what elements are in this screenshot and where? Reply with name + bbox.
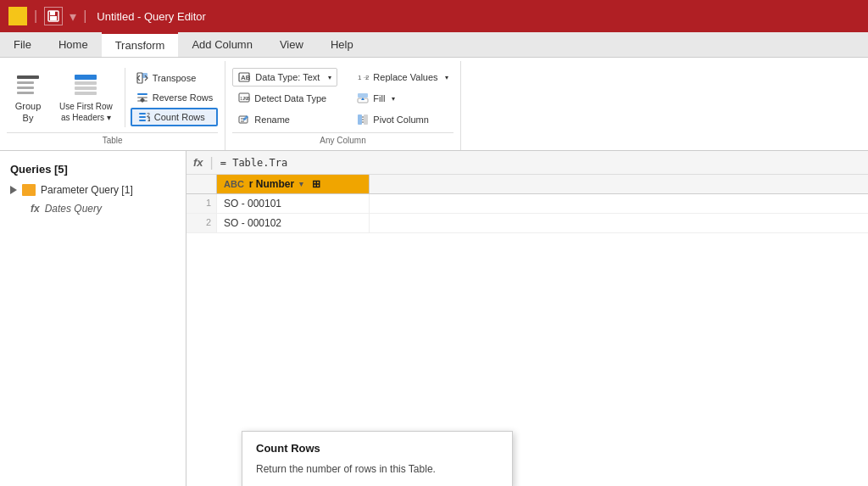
separator1: | [34, 8, 37, 24]
svg-text:AB: AB [241, 74, 250, 81]
svg-rect-9 [17, 92, 34, 94]
detect-data-type-button[interactable]: 123 AB Detect Data Type [232, 89, 337, 108]
data-type-button[interactable]: AB Data Type: Text ▾ [232, 68, 337, 87]
rename-label: Rename [254, 115, 290, 125]
tooltip-description: Return the number of rows in this Table. [256, 461, 498, 477]
col-header-order-number[interactable]: ABC r Number ▾ ⊞ [217, 175, 370, 193]
app-icon [8, 7, 27, 25]
pivot-column-button[interactable]: Pivot Column [351, 110, 453, 129]
rename-button[interactable]: Rename [232, 110, 337, 129]
svg-rect-14 [137, 73, 142, 83]
formula-bar: fx | = Table.Tra [186, 151, 868, 175]
svg-text:AB: AB [243, 96, 250, 101]
table-group-label: Table [7, 132, 218, 147]
fill-button[interactable]: Fill ▾ [351, 89, 453, 108]
group-by-icon [14, 71, 42, 98]
ribbon-group-table: GroupBy Use First Rowas Headers ▾ [0, 61, 225, 150]
ribbon-group-any-column: AB Data Type: Text ▾ 123 AB [225, 61, 460, 150]
count-rows-button[interactable]: 1 2 Count Rows [131, 108, 219, 126]
sidebar-folder-parameter[interactable]: Parameter Query [1] [0, 181, 186, 199]
svg-rect-12 [75, 87, 97, 90]
transpose-icon [136, 71, 149, 85]
sidebar: Queries [5] Parameter Query [1] fx Dates… [0, 151, 186, 486]
svg-rect-4 [50, 11, 55, 15]
replace-values-icon: 1 → 2 [356, 70, 370, 84]
svg-rect-10 [75, 75, 97, 80]
group-by-button[interactable]: GroupBy [7, 67, 49, 128]
row-num-2: 2 [186, 214, 217, 232]
save-button[interactable] [44, 7, 63, 25]
fill-dropdown-arrow: ▾ [392, 95, 395, 103]
fx-icon: fx [31, 203, 40, 215]
svg-text:2: 2 [147, 112, 150, 118]
menu-file[interactable]: File [0, 32, 45, 57]
sidebar-query-dates[interactable]: fx Dates Query [0, 199, 186, 218]
replace-values-dropdown-arrow: ▾ [445, 74, 448, 81]
svg-rect-20 [139, 116, 146, 118]
detect-data-type-label: Detect Data Type [254, 93, 326, 103]
rename-icon [237, 113, 251, 126]
fill-label: Fill [373, 93, 385, 103]
pivot-column-label: Pivot Column [373, 115, 428, 125]
replace-values-button[interactable]: 1 → 2 Replace Values ▾ [351, 68, 453, 87]
svg-rect-37 [358, 115, 362, 125]
ribbon: GroupBy Use First Rowas Headers ▾ [0, 58, 868, 151]
svg-rect-1 [16, 12, 19, 23]
data-type-icon: AB [238, 71, 250, 83]
any-column-group-label: Any Column [232, 132, 453, 147]
tooltip-title: Count Rows [256, 442, 498, 455]
table-row: 1 SO - 000101 [186, 194, 868, 214]
table-row: 2 SO - 000102 [186, 214, 868, 233]
row-num-header [186, 175, 217, 193]
queries-header: Queries [5] [0, 158, 186, 181]
group-by-label: GroupBy [15, 100, 42, 125]
menu-bar: File Home Transform Add Column View Help [0, 32, 868, 58]
reverse-rows-label: Reverse Rows [153, 92, 214, 103]
svg-rect-6 [17, 75, 39, 79]
count-rows-icon: 1 2 [137, 110, 151, 124]
replace-values-label: Replace Values [373, 72, 437, 82]
cell-2-1[interactable]: SO - 000102 [217, 214, 370, 232]
sidebar-folder-label: Parameter Query [1] [41, 184, 133, 196]
formula-content[interactable]: = Table.Tra [220, 157, 287, 169]
reverse-rows-button[interactable]: Reverse Rows [131, 88, 219, 107]
data-type-dropdown-arrow: ▾ [328, 74, 331, 81]
menu-view[interactable]: View [266, 32, 317, 57]
separator3: | [83, 8, 86, 24]
reverse-rows-icon [136, 91, 149, 104]
col-type-icon: ABC [224, 179, 244, 189]
transpose-button[interactable]: Transpose [131, 69, 219, 87]
separator2: ▾ [70, 8, 76, 25]
formula-fx-label: fx [193, 156, 203, 169]
window-title: Untitled - Query Editor [97, 10, 206, 23]
cell-1-1[interactable]: SO - 000101 [217, 194, 370, 213]
svg-rect-0 [11, 15, 14, 23]
svg-rect-16 [137, 93, 147, 95]
title-bar: | ▾ | Untitled - Query Editor [0, 0, 868, 32]
svg-rect-11 [75, 81, 97, 85]
col-header-dropdown-arrow[interactable]: ▾ [299, 180, 303, 188]
count-rows-label: Count Rows [154, 112, 205, 122]
fill-icon [356, 92, 370, 105]
transpose-label: Transpose [153, 73, 197, 83]
row-num-1: 1 [186, 194, 217, 213]
menu-transform[interactable]: Transform [102, 32, 179, 57]
menu-help[interactable]: Help [317, 32, 367, 57]
first-row-button[interactable]: Use First Rowas Headers ▾ [53, 67, 120, 128]
menu-home[interactable]: Home [45, 32, 102, 57]
col-header-grid-icon: ⊞ [312, 178, 320, 190]
main-content: Queries [5] Parameter Query [1] fx Dates… [0, 151, 868, 486]
svg-rect-5 [50, 16, 57, 20]
svg-rect-21 [139, 120, 146, 121]
svg-rect-35 [358, 93, 368, 98]
pivot-column-icon [356, 113, 370, 126]
menu-add-column[interactable]: Add Column [178, 32, 266, 57]
folder-icon [22, 184, 36, 196]
svg-rect-2 [21, 9, 25, 23]
sidebar-query-label: Dates Query [45, 203, 102, 215]
first-row-icon [72, 72, 99, 99]
svg-text:2: 2 [365, 74, 369, 81]
count-rows-tooltip: Count Rows Return the number of rows in … [242, 431, 513, 486]
svg-rect-7 [17, 81, 34, 84]
svg-rect-19 [139, 113, 146, 115]
